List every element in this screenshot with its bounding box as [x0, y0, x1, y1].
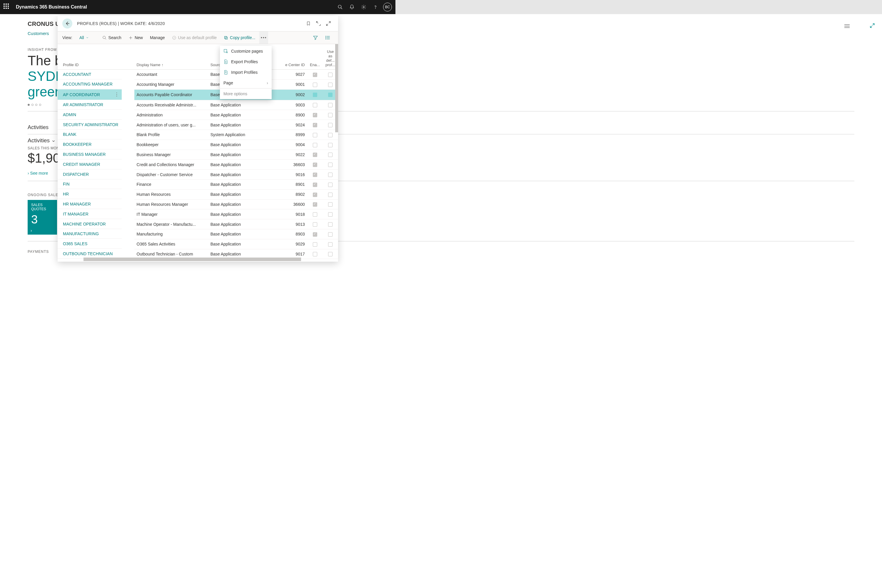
new-button[interactable]: New: [126, 32, 146, 44]
menu-more-options[interactable]: More options: [220, 88, 272, 99]
menu-import-profiles[interactable]: Import Profiles: [220, 67, 272, 78]
cell-profile-id[interactable]: HR: [58, 189, 122, 199]
table-row[interactable]: ADMINAdministrationBase Application8900: [58, 110, 338, 120]
popout-icon[interactable]: [314, 21, 323, 26]
table-row[interactable]: MACHINE OPERATORMachine Operator - Manuf…: [58, 219, 338, 230]
cell-default[interactable]: [322, 140, 338, 150]
cell-default[interactable]: [322, 150, 338, 160]
cell-enabled[interactable]: [307, 170, 323, 180]
maximize-icon[interactable]: [323, 21, 333, 26]
table-row[interactable]: SECURITY ADMINISTRATORAdministration of …: [58, 120, 338, 130]
settings-icon[interactable]: [358, 4, 369, 10]
menu-page-submenu[interactable]: Page ›: [220, 78, 272, 88]
cell-profile-id[interactable]: O365 SALES: [58, 239, 122, 249]
cell-enabled[interactable]: [307, 189, 323, 200]
row-actions-icon[interactable]: ⋮: [114, 92, 119, 98]
cell-enabled[interactable]: [307, 80, 323, 89]
cell-enabled[interactable]: [307, 100, 323, 110]
table-row[interactable]: BUSINESS MANAGERBusiness ManagerBase App…: [58, 150, 338, 160]
cell-default[interactable]: [322, 209, 338, 219]
cell-enabled[interactable]: [307, 110, 323, 120]
table-row[interactable]: BLANKBlank ProfileSystem Application8999: [58, 130, 338, 140]
search-button[interactable]: Search: [99, 32, 124, 44]
table-row[interactable]: DISPATCHERDispatcher - Customer ServiceB…: [58, 170, 338, 180]
cell-profile-id[interactable]: MANUFACTURING: [58, 229, 122, 239]
menu-export-profiles[interactable]: Export Profiles: [220, 57, 272, 67]
help-icon[interactable]: [369, 4, 381, 10]
cell-enabled[interactable]: [307, 219, 323, 230]
filter-icon[interactable]: [310, 32, 321, 44]
sales-quotes-tile[interactable]: SALES QUOTES 3 ›: [28, 200, 57, 235]
table-row[interactable]: HRHuman ResourcesBase Application8902: [58, 189, 338, 200]
table-row[interactable]: AP COORDINATOR⋮Accounts Payable Coordina…: [58, 89, 338, 100]
cell-enabled[interactable]: [307, 209, 323, 219]
cell-default[interactable]: [322, 239, 338, 249]
table-row[interactable]: CREDIT MANAGERCredit and Collections Man…: [58, 160, 338, 170]
cell-enabled[interactable]: [307, 179, 323, 189]
notifications-icon[interactable]: [346, 4, 358, 10]
cell-profile-id[interactable]: BUSINESS MANAGER: [58, 150, 122, 159]
table-row[interactable]: AR ADMINISTRATORAccounts Receivable Admi…: [58, 100, 338, 110]
table-row[interactable]: O365 SALESO365 Sales ActivitiesBase Appl…: [58, 239, 338, 249]
vertical-scrollbar[interactable]: [335, 44, 338, 132]
use-default-profile-button[interactable]: Use as default profile: [169, 32, 220, 44]
bookmark-icon[interactable]: [303, 21, 314, 26]
cell-default[interactable]: [322, 170, 338, 180]
cell-profile-id[interactable]: ADMIN: [58, 110, 122, 120]
cell-profile-id[interactable]: MACHINE OPERATOR: [58, 219, 122, 229]
cell-profile-id[interactable]: SECURITY ADMINISTRATOR: [58, 120, 122, 130]
cell-enabled[interactable]: [307, 70, 323, 80]
manage-button[interactable]: Manage: [147, 32, 168, 44]
cell-enabled[interactable]: [307, 89, 323, 100]
more-actions-button[interactable]: •••: [259, 32, 268, 44]
cell-default[interactable]: [322, 189, 338, 200]
cell-enabled[interactable]: [307, 229, 323, 239]
table-row[interactable]: ACCOUNTING MANAGERAccounting ManagerBase…: [58, 80, 338, 89]
cell-profile-id[interactable]: BLANK: [58, 130, 122, 140]
cell-profile-id[interactable]: CREDIT MANAGER: [58, 160, 122, 170]
table-row[interactable]: MANUFACTURINGManufacturingBase Applicati…: [58, 229, 338, 239]
user-avatar[interactable]: BC: [383, 3, 392, 12]
cell-profile-id[interactable]: DISPATCHER: [58, 170, 122, 179]
view-dropdown[interactable]: All: [76, 32, 92, 44]
cell-profile-id[interactable]: IT MANAGER: [58, 209, 122, 219]
cell-enabled[interactable]: [307, 120, 323, 130]
table-row[interactable]: IT MANAGERIT ManagerBase Application9018: [58, 209, 338, 219]
col-profile-id[interactable]: Profile ID: [58, 44, 134, 70]
cell-profile-id[interactable]: ACCOUNTING MANAGER: [58, 80, 122, 89]
table-row[interactable]: HR MANAGERHuman Resources ManagerBase Ap…: [58, 200, 338, 209]
cell-default[interactable]: [322, 249, 338, 259]
cell-enabled[interactable]: [307, 140, 323, 150]
cell-profile-id[interactable]: FIN: [58, 179, 122, 189]
col-display-name[interactable]: Display Name: [134, 44, 208, 70]
cell-profile-id[interactable]: AR ADMINISTRATOR: [58, 100, 122, 110]
search-icon[interactable]: [334, 4, 346, 10]
cell-default[interactable]: [322, 160, 338, 170]
cell-default[interactable]: [322, 229, 338, 239]
cell-profile-id[interactable]: AP COORDINATOR⋮: [58, 89, 122, 100]
col-role-center-id[interactable]: e Center ID: [278, 44, 307, 70]
cell-default[interactable]: [322, 179, 338, 189]
table-row[interactable]: ACCOUNTANTAccountantBase App9027: [58, 70, 338, 80]
cell-profile-id[interactable]: HR MANAGER: [58, 200, 122, 209]
cell-default[interactable]: [322, 219, 338, 230]
activities-group[interactable]: Activities: [28, 137, 50, 145]
cell-enabled[interactable]: [307, 160, 323, 170]
horizontal-scrollbar[interactable]: [84, 258, 301, 261]
cell-enabled[interactable]: [307, 200, 323, 209]
copy-profile-button[interactable]: Copy profile...: [221, 32, 258, 44]
cell-enabled[interactable]: [307, 239, 323, 249]
col-enabled[interactable]: Ena...: [307, 44, 323, 70]
app-launcher-icon[interactable]: [3, 3, 10, 10]
cell-enabled[interactable]: [307, 150, 323, 160]
cell-enabled[interactable]: [307, 249, 323, 259]
table-row[interactable]: FINFinanceBase Application8901: [58, 179, 338, 189]
back-button[interactable]: [62, 18, 72, 28]
cell-default[interactable]: [322, 200, 338, 209]
cell-profile-id[interactable]: BOOKKEEPER: [58, 140, 122, 149]
list-view-icon[interactable]: [322, 32, 333, 44]
table-row[interactable]: BOOKKEEPERBookkeeperBase Application9004: [58, 140, 338, 150]
cell-profile-id[interactable]: ACCOUNTANT: [58, 70, 122, 80]
cell-enabled[interactable]: [307, 130, 323, 140]
menu-customize-pages[interactable]: Customize pages: [220, 46, 272, 57]
